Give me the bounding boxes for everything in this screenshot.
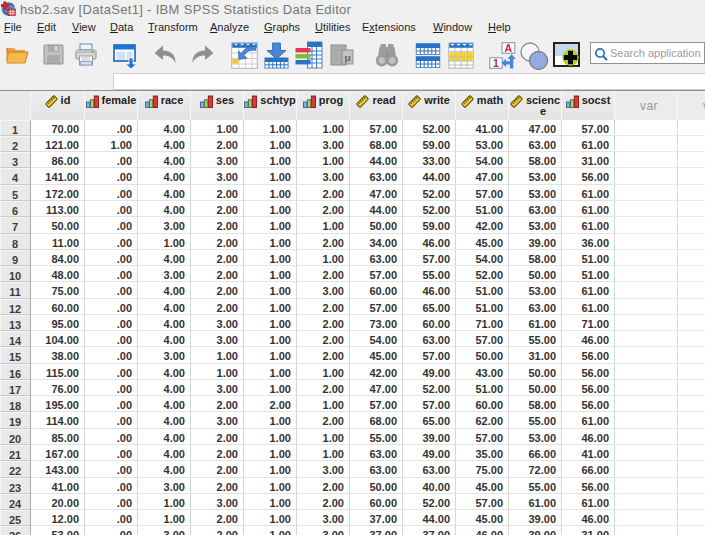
svg-text:μ: μ — [344, 51, 351, 63]
svg-text:1: 1 — [493, 57, 499, 69]
svg-text:A: A — [505, 42, 513, 54]
